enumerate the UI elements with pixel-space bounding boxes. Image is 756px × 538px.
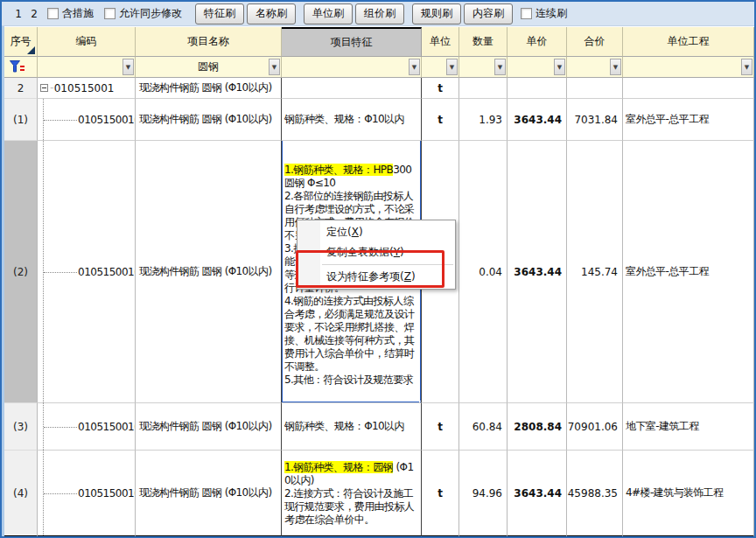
row-unit-project[interactable] bbox=[623, 78, 754, 99]
toolbar: 1 2 含措施 允许同步修改 特征刷 名称刷 单位刷 组价刷 规则刷 内容刷 连… bbox=[2, 2, 754, 26]
filter-cell-unit[interactable]: ▼ bbox=[422, 57, 459, 78]
row-unit-price[interactable]: 3643.44 bbox=[508, 141, 567, 403]
header-item-name[interactable]: 项目名称 bbox=[136, 27, 282, 57]
sync-edit-checkbox-group: 允许同步修改 bbox=[104, 6, 187, 21]
row-code-cell[interactable]: 010515001004 bbox=[38, 451, 136, 537]
header-unit[interactable]: 单位 bbox=[422, 27, 459, 57]
row-code: 010515001 bbox=[54, 82, 115, 94]
filter-value-item-name: 圆钢 bbox=[198, 59, 219, 74]
name-brush-button[interactable]: 名称刷 bbox=[247, 3, 296, 24]
row-total-price[interactable]: 7031.84 bbox=[567, 99, 623, 141]
filter-funnel-icon bbox=[10, 60, 24, 73]
row-serial[interactable]: (4) bbox=[4, 451, 38, 537]
row-code: 010515001002 bbox=[78, 266, 136, 278]
measures-checkbox[interactable] bbox=[47, 8, 59, 19]
filter-dropdown-code[interactable]: ▼ bbox=[122, 59, 134, 75]
continuous-brush-checkbox[interactable] bbox=[521, 8, 532, 19]
row-item-name[interactable]: 现浇构件钢筋 圆钢 (Φ10以内) bbox=[136, 99, 282, 141]
filter-cell-unit-price[interactable]: ▼ bbox=[508, 57, 567, 78]
row-unit-project[interactable]: 室外总平-总平工程 bbox=[623, 141, 754, 403]
row-item-name[interactable]: 现浇构件钢筋 圆钢 (Φ10以内) bbox=[136, 403, 282, 451]
row-code-cell[interactable]: 010515001001 bbox=[38, 99, 136, 141]
row-unit[interactable]: t bbox=[422, 403, 459, 451]
row-code-cell[interactable]: 010515001002 bbox=[38, 141, 136, 403]
feature-brush-button[interactable]: 特征刷 bbox=[195, 3, 244, 24]
row-unit[interactable]: t bbox=[422, 451, 459, 537]
filter-dropdown-quantity[interactable]: ▼ bbox=[494, 59, 506, 75]
continuous-brush-checkbox-group: 连续刷 bbox=[521, 6, 572, 21]
sync-edit-checkbox-label: 允许同步修改 bbox=[119, 6, 182, 21]
header-row: 序号 编码 项目名称 项目特征 单位 数量 单价 合价 单位工程 bbox=[4, 27, 754, 57]
filter-dropdown-unit-price[interactable]: ▼ bbox=[554, 59, 565, 75]
header-quantity[interactable]: 数量 bbox=[459, 27, 508, 57]
tree-stub-line bbox=[44, 427, 77, 428]
row-unit-project[interactable]: 室外总平-总平工程 bbox=[623, 99, 754, 141]
row-item-name[interactable]: 现浇构件钢筋 圆钢 (Φ10以内) bbox=[136, 141, 282, 403]
row-total-price[interactable] bbox=[567, 78, 623, 99]
header-total-price[interactable]: 合价 bbox=[567, 27, 623, 57]
filter-dropdown-item-feature[interactable]: ▼ bbox=[409, 59, 420, 75]
row-serial[interactable]: (3) bbox=[4, 403, 38, 451]
page-number-2[interactable]: 2 bbox=[26, 8, 42, 20]
row-code-cell[interactable]: 010515001003 bbox=[38, 403, 136, 451]
row-unit-project[interactable]: 地下室-建筑工程 bbox=[623, 403, 754, 451]
row-total-price[interactable]: 170901.06 bbox=[567, 403, 623, 451]
sync-edit-checkbox[interactable] bbox=[104, 8, 116, 19]
row-item-feature[interactable]: 钢筋种类、规格：Φ10以内 bbox=[282, 99, 422, 141]
row-serial-current[interactable]: (2) bbox=[4, 141, 38, 403]
app-window: 1 2 含措施 允许同步修改 特征刷 名称刷 单位刷 组价刷 规则刷 内容刷 连… bbox=[0, 0, 756, 538]
highlighted-feature-text: 1.钢筋种类、规格：HPB bbox=[284, 164, 393, 176]
row-total-price[interactable]: 145.74 bbox=[567, 141, 623, 403]
row-item-feature[interactable] bbox=[282, 78, 422, 99]
row-unit-price[interactable]: 2808.84 bbox=[508, 403, 567, 451]
row-item-name[interactable]: 现浇构件钢筋 圆钢 (Φ10以内) bbox=[136, 451, 282, 537]
row-item-name[interactable]: 现浇构件钢筋 圆钢 (Φ10以内) bbox=[136, 78, 282, 99]
row-serial[interactable]: 2 bbox=[4, 78, 38, 99]
row-quantity[interactable]: 0.04 bbox=[459, 141, 508, 403]
filter-dropdown-unit[interactable]: ▼ bbox=[446, 59, 458, 75]
filter-cell-item-name[interactable]: 圆钢 ▼ bbox=[136, 57, 282, 78]
rule-brush-button[interactable]: 规则刷 bbox=[412, 3, 461, 24]
table-row-4: (4) 010515001004 现浇构件钢筋 圆钢 (Φ10以内) 1.钢筋种… bbox=[4, 451, 754, 537]
row-item-feature[interactable]: 钢筋种类、规格：Φ10以内 bbox=[282, 403, 422, 451]
tree-stub-line bbox=[44, 493, 77, 494]
menu-item-locate[interactable]: 定位(X) bbox=[298, 222, 455, 242]
header-serial[interactable]: 序号 bbox=[4, 27, 38, 57]
header-code[interactable]: 编码 bbox=[38, 27, 136, 57]
filter-dropdown-total-price[interactable]: ▼ bbox=[610, 59, 621, 75]
row-quantity[interactable]: 94.96 bbox=[459, 451, 508, 537]
filter-dropdown-unit-project[interactable]: ▼ bbox=[741, 59, 752, 75]
row-unit-project[interactable]: 4#楼-建筑与装饰工程 bbox=[623, 451, 754, 537]
header-unit-price[interactable]: 单价 bbox=[508, 27, 567, 57]
filter-active-corner-icon bbox=[27, 46, 35, 54]
unit-brush-button[interactable]: 单位刷 bbox=[304, 3, 353, 24]
filter-cell-item-feature[interactable]: ▼ bbox=[282, 57, 422, 78]
header-unit-project[interactable]: 单位工程 bbox=[623, 27, 754, 57]
row-code-cell[interactable]: ·· 010515001 bbox=[38, 78, 136, 99]
content-brush-button[interactable]: 内容刷 bbox=[464, 3, 513, 24]
continuous-brush-checkbox-label: 连续刷 bbox=[536, 6, 567, 21]
row-unit-price[interactable]: 3643.44 bbox=[508, 451, 567, 537]
row-unit[interactable]: t bbox=[422, 78, 459, 99]
row-unit-price[interactable]: 3643.44 bbox=[508, 99, 567, 141]
filter-cell-code[interactable]: ▼ bbox=[38, 57, 136, 78]
pricing-brush-button[interactable]: 组价刷 bbox=[355, 3, 404, 24]
row-unit[interactable]: t bbox=[422, 99, 459, 141]
row-total-price[interactable]: 345988.35 bbox=[567, 451, 623, 537]
header-item-feature[interactable]: 项目特征 bbox=[282, 27, 422, 57]
row-quantity[interactable]: 60.84 bbox=[459, 403, 508, 451]
filter-cell-total-price[interactable]: ▼ bbox=[567, 57, 623, 78]
filter-cell-serial[interactable] bbox=[4, 57, 38, 78]
row-unit-price[interactable] bbox=[508, 78, 567, 99]
filter-cell-unit-project[interactable]: ▼ bbox=[623, 57, 754, 78]
tree-collapse-icon[interactable] bbox=[40, 84, 48, 92]
tree-stub-line bbox=[44, 120, 77, 121]
page-number-1[interactable]: 1 bbox=[10, 8, 26, 20]
row-item-feature[interactable]: 1.钢筋种类、规格：园钢 (Φ1 0以内) 2.连接方式：符合设计及施工 现行规… bbox=[282, 451, 422, 537]
row-quantity[interactable] bbox=[459, 78, 508, 99]
filter-cell-quantity[interactable]: ▼ bbox=[459, 57, 508, 78]
red-annotation-rectangle bbox=[296, 250, 444, 288]
filter-dropdown-item-name[interactable]: ▼ bbox=[269, 59, 280, 75]
row-serial[interactable]: (1) bbox=[4, 99, 38, 141]
row-quantity[interactable]: 1.93 bbox=[459, 99, 508, 141]
